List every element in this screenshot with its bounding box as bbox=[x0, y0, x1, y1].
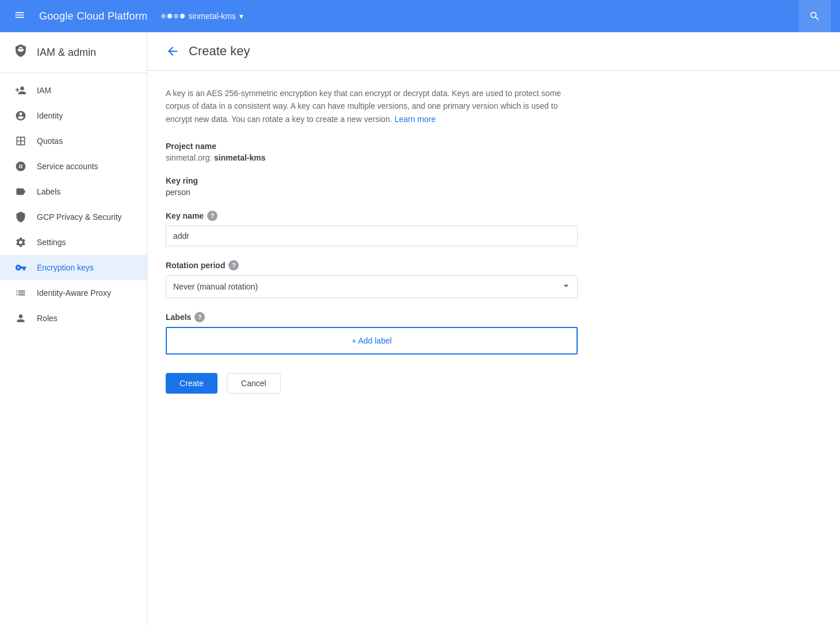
create-button[interactable]: Create bbox=[166, 373, 217, 394]
app-title: Google Cloud Platform bbox=[39, 10, 147, 22]
key-ring-value: person bbox=[166, 188, 578, 197]
key-ring-field: Key ring person bbox=[166, 176, 578, 197]
back-button[interactable] bbox=[166, 44, 180, 58]
rotation-period-select-wrapper: Never (manual rotation) 90 days 180 days… bbox=[166, 275, 578, 298]
labels-help-icon[interactable]: ? bbox=[194, 312, 205, 322]
grid-icon bbox=[14, 135, 28, 147]
key-ring-label: Key ring bbox=[166, 176, 578, 185]
cancel-button[interactable]: Cancel bbox=[227, 373, 281, 394]
rotation-period-group: Rotation period ? Never (manual rotation… bbox=[166, 260, 578, 298]
sidebar-item-encryption-keys[interactable]: Encryption keys bbox=[0, 255, 147, 280]
project-name: sinmetal-kms bbox=[188, 12, 235, 21]
sidebar-label-gcp-privacy: GCP Privacy & Security bbox=[37, 212, 122, 222]
project-name-label: Project name bbox=[166, 142, 578, 151]
sidebar-label-roles: Roles bbox=[37, 314, 58, 323]
settings-icon bbox=[14, 237, 28, 248]
sidebar-label-iam: IAM bbox=[37, 86, 51, 95]
key-icon bbox=[14, 262, 28, 273]
account-circle-icon bbox=[14, 110, 28, 121]
sidebar-nav: IAM Identity Quotas bbox=[0, 73, 147, 336]
key-name-label: Key name bbox=[166, 211, 204, 220]
person-add-icon bbox=[14, 85, 28, 96]
project-icon bbox=[161, 14, 185, 18]
project-org: sinmetal.org: bbox=[166, 153, 212, 162]
sidebar-item-identity-aware-proxy[interactable]: Identity-Aware Proxy bbox=[0, 280, 147, 306]
rotation-period-help-icon[interactable]: ? bbox=[228, 260, 239, 270]
labels-label: Labels bbox=[166, 312, 191, 322]
sidebar-header: IAM & admin bbox=[0, 32, 147, 73]
sidebar-title: IAM & admin bbox=[37, 47, 96, 59]
main-body: A key is an AES 256-symmetric encryption… bbox=[147, 71, 596, 410]
learn-more-link[interactable]: Learn more bbox=[395, 115, 436, 124]
topbar: Google Cloud Platform sinmetal-kms ▾ bbox=[0, 0, 840, 32]
manage-accounts-icon bbox=[14, 161, 28, 172]
layout: IAM & admin IAM Identity bbox=[0, 32, 840, 625]
sidebar-label-identity: Identity bbox=[37, 111, 63, 120]
form-actions: Create Cancel bbox=[166, 373, 578, 394]
sidebar-item-roles[interactable]: Roles bbox=[0, 306, 147, 331]
key-name-group: Key name ? bbox=[166, 211, 578, 246]
labels-group: Labels ? + Add label bbox=[166, 312, 578, 355]
sidebar-label-settings: Settings bbox=[37, 238, 66, 247]
rotation-period-select[interactable]: Never (manual rotation) 90 days 180 days… bbox=[166, 275, 578, 298]
sidebar: IAM & admin IAM Identity bbox=[0, 32, 147, 625]
project-id: sinmetal-kms bbox=[214, 153, 265, 162]
key-name-label-wrapper: Key name ? bbox=[166, 211, 578, 221]
sidebar-item-iam[interactable]: IAM bbox=[0, 78, 147, 103]
sidebar-label-quotas: Quotas bbox=[37, 136, 63, 146]
sidebar-item-settings[interactable]: Settings bbox=[0, 230, 147, 255]
project-name-value: sinmetal.org: sinmetal-kms bbox=[166, 153, 578, 162]
label-icon bbox=[14, 186, 28, 197]
person-icon bbox=[14, 312, 28, 324]
sidebar-label-service-accounts: Service accounts bbox=[37, 162, 98, 171]
sidebar-item-quotas[interactable]: Quotas bbox=[0, 128, 147, 154]
sidebar-label-identity-aware-proxy: Identity-Aware Proxy bbox=[37, 288, 111, 298]
project-name-field: Project name sinmetal.org: sinmetal-kms bbox=[166, 142, 578, 162]
project-selector[interactable]: sinmetal-kms ▾ bbox=[161, 12, 243, 21]
iam-admin-icon bbox=[14, 44, 28, 61]
rotation-period-label-wrapper: Rotation period ? bbox=[166, 260, 578, 270]
sidebar-item-service-accounts[interactable]: Service accounts bbox=[0, 154, 147, 179]
sidebar-item-labels[interactable]: Labels bbox=[0, 179, 147, 204]
page-title: Create key bbox=[189, 44, 250, 59]
sidebar-item-identity[interactable]: Identity bbox=[0, 103, 147, 128]
search-button[interactable] bbox=[799, 0, 831, 32]
sidebar-label-encryption-keys: Encryption keys bbox=[37, 263, 94, 272]
add-label-button[interactable]: + Add label bbox=[166, 327, 578, 355]
key-name-input[interactable] bbox=[166, 226, 578, 246]
labels-label-wrapper: Labels ? bbox=[166, 312, 578, 322]
sidebar-label-labels: Labels bbox=[37, 187, 60, 196]
menu-icon[interactable] bbox=[9, 5, 30, 28]
rotation-period-label: Rotation period bbox=[166, 261, 225, 270]
main-header: Create key bbox=[147, 32, 840, 71]
list-icon bbox=[14, 287, 28, 299]
shield-icon bbox=[14, 211, 28, 223]
main-content: Create key A key is an AES 256-symmetric… bbox=[147, 32, 840, 625]
description-text: A key is an AES 256-symmetric encryption… bbox=[166, 87, 578, 125]
sidebar-item-gcp-privacy[interactable]: GCP Privacy & Security bbox=[0, 204, 147, 230]
dropdown-arrow: ▾ bbox=[239, 12, 243, 21]
key-name-help-icon[interactable]: ? bbox=[207, 211, 217, 221]
